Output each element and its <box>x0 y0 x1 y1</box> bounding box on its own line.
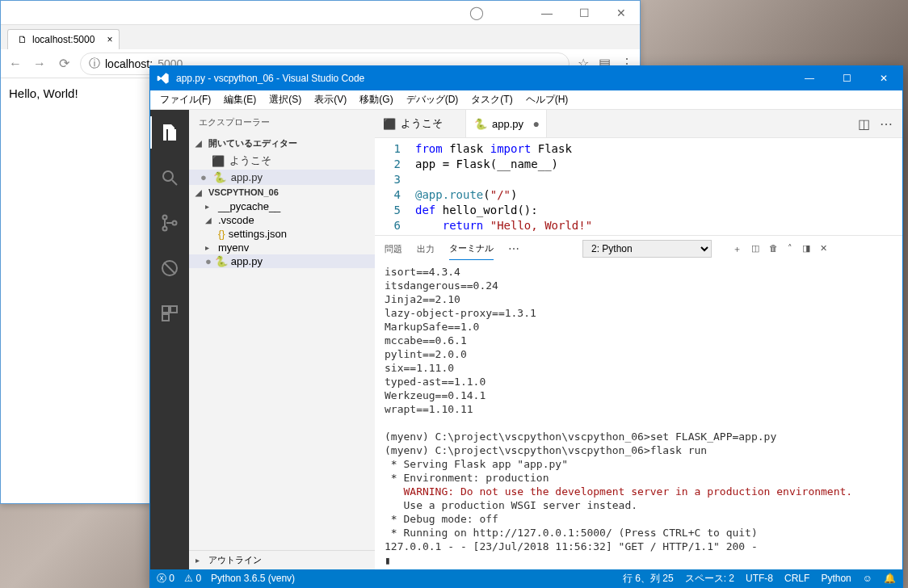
status-eol[interactable]: CRLF <box>784 573 809 584</box>
chrome-close-button[interactable]: ✕ <box>603 1 640 25</box>
status-encoding[interactable]: UTF-8 <box>746 573 773 584</box>
menu-edit[interactable]: 編集(E) <box>217 91 263 108</box>
menu-file[interactable]: ファイル(F) <box>153 91 217 108</box>
panel-maximize-icon[interactable]: ◨ <box>802 243 810 255</box>
tree-vscode[interactable]: ◢.vscode <box>189 213 375 227</box>
vscode-close-button[interactable]: ✕ <box>865 66 902 90</box>
status-python[interactable]: Python 3.6.5 (venv) <box>211 573 295 584</box>
outline-section[interactable]: ▸アウトライン <box>189 550 375 569</box>
hello-text: Hello, World! <box>9 86 78 100</box>
panel-tab-terminal[interactable]: ターミナル <box>449 237 494 260</box>
chrome-titlebar: ◯ — ☐ ✕ <box>1 1 640 25</box>
tab-welcome[interactable]: ⬛ようこそ <box>375 110 466 137</box>
terminal-selector[interactable]: 2: Python <box>582 240 712 258</box>
search-icon[interactable] <box>150 162 189 194</box>
vscode-window: app.py - vscpython_06 - Visual Studio Co… <box>149 65 903 588</box>
status-errors[interactable]: ⓧ 0 <box>157 572 174 586</box>
chrome-tab-strip: 🗋 localhost:5000 × <box>1 25 640 49</box>
svg-point-3 <box>163 227 167 231</box>
menu-help[interactable]: ヘルプ(H) <box>519 91 575 108</box>
window-title: app.py - vscpython_06 - Visual Studio Co… <box>176 73 791 84</box>
menu-task[interactable]: タスク(T) <box>465 91 519 108</box>
split-editor-icon[interactable]: ◫ <box>858 116 870 132</box>
chrome-tab-title: localhost:5000 <box>32 34 95 45</box>
reload-button[interactable]: ⟳ <box>56 56 72 71</box>
more-actions-icon[interactable]: ⋯ <box>880 116 893 132</box>
sidebar: エクスプローラー ◢開いているエディター ⬛ようこそ ●🐍app.py ◢VSC… <box>189 110 375 569</box>
sidebar-title: エクスプローラー <box>189 110 375 135</box>
svg-rect-9 <box>162 314 169 321</box>
tree-settings[interactable]: {}settings.json <box>189 227 375 241</box>
open-editors-section[interactable]: ◢開いているエディター <box>189 135 375 152</box>
tree-app[interactable]: ●🐍app.py <box>189 254 375 268</box>
svg-point-2 <box>163 216 167 220</box>
activity-bar <box>150 110 189 569</box>
svg-rect-8 <box>170 306 177 313</box>
vscode-minimize-button[interactable]: — <box>791 66 828 90</box>
chrome-tab[interactable]: 🗋 localhost:5000 × <box>7 29 120 49</box>
panel-close-icon[interactable]: ✕ <box>820 243 827 255</box>
line-numbers: 123456 <box>375 141 415 235</box>
vscode-titlebar[interactable]: app.py - vscpython_06 - Visual Studio Co… <box>150 66 902 90</box>
forward-button[interactable]: → <box>32 57 48 71</box>
status-lang[interactable]: Python <box>821 573 851 584</box>
panel-tab-output[interactable]: 出力 <box>417 238 435 260</box>
status-bell-icon[interactable]: 🔔 <box>884 573 896 584</box>
menu-view[interactable]: 表示(V) <box>308 91 353 108</box>
open-editor-app[interactable]: ●🐍app.py <box>189 170 375 185</box>
vscode-maximize-button[interactable]: ☐ <box>828 66 865 90</box>
status-lncol[interactable]: 行 6、列 25 <box>623 572 674 586</box>
chrome-minimize-button[interactable]: — <box>528 1 565 25</box>
status-warnings[interactable]: ⚠ 0 <box>184 573 201 584</box>
panel-up-icon[interactable]: ˄ <box>788 243 792 255</box>
debug-icon[interactable] <box>150 252 189 284</box>
status-bar: ⓧ 0 ⚠ 0 Python 3.6.5 (venv) 行 6、列 25 スペー… <box>150 569 902 587</box>
panel-more-icon[interactable]: ⋯ <box>508 242 519 255</box>
open-editor-welcome[interactable]: ⬛ようこそ <box>189 152 375 170</box>
editor-tabs: ⬛ようこそ 🐍app.py● ◫ ⋯ <box>375 110 902 138</box>
tab-close-icon[interactable]: × <box>107 34 112 45</box>
new-terminal-icon[interactable]: ＋ <box>733 243 742 255</box>
tree-pycache[interactable]: ▸__pycache__ <box>189 200 375 213</box>
status-feedback-icon[interactable]: ☺ <box>863 573 872 584</box>
svg-point-4 <box>173 221 177 225</box>
split-terminal-icon[interactable]: ◫ <box>751 243 759 255</box>
status-spaces[interactable]: スペース: 2 <box>685 572 734 586</box>
tab-favicon: 🗋 <box>18 34 27 45</box>
menu-go[interactable]: 移動(G) <box>353 91 399 108</box>
svg-line-1 <box>172 180 177 185</box>
extensions-icon[interactable] <box>150 297 189 330</box>
tab-dirty-icon[interactable]: ● <box>533 117 540 130</box>
tree-myenv[interactable]: ▸myenv <box>189 241 375 254</box>
kill-terminal-icon[interactable]: 🗑 <box>769 243 778 255</box>
svg-point-0 <box>163 171 173 181</box>
svg-line-6 <box>164 262 175 274</box>
panel-tab-problems[interactable]: 問題 <box>385 238 402 260</box>
editor[interactable]: 123456 from flask import Flask app = Fla… <box>375 138 902 235</box>
site-info-icon[interactable]: ⓘ <box>89 57 100 71</box>
explorer-icon[interactable] <box>150 116 189 149</box>
tab-app[interactable]: 🐍app.py● <box>466 110 547 137</box>
vscode-logo-icon <box>157 72 170 85</box>
chrome-user-icon[interactable]: ◯ <box>469 5 484 20</box>
chrome-maximize-button[interactable]: ☐ <box>565 1 603 25</box>
url-host: localhost: <box>105 57 153 70</box>
terminal[interactable]: isort==4.3.4 itsdangerous==0.24 Jinja2==… <box>375 262 902 569</box>
source-control-icon[interactable] <box>150 207 189 239</box>
back-button[interactable]: ← <box>7 57 23 71</box>
panel-tabs: 問題 出力 ターミナル ⋯ 2: Python ＋ ◫ 🗑 ˄ ◨ ✕ <box>375 236 902 262</box>
code-content[interactable]: from flask import Flask app = Flask(__na… <box>415 141 902 235</box>
vscode-menubar: ファイル(F) 編集(E) 選択(S) 表示(V) 移動(G) デバッグ(D) … <box>150 90 902 110</box>
menu-select[interactable]: 選択(S) <box>263 91 308 108</box>
project-section[interactable]: ◢VSCPYTHON_06 <box>189 185 375 200</box>
menu-debug[interactable]: デバッグ(D) <box>400 91 465 108</box>
svg-rect-7 <box>162 306 169 313</box>
panel: 問題 出力 ターミナル ⋯ 2: Python ＋ ◫ 🗑 ˄ ◨ ✕ isor… <box>375 235 902 569</box>
